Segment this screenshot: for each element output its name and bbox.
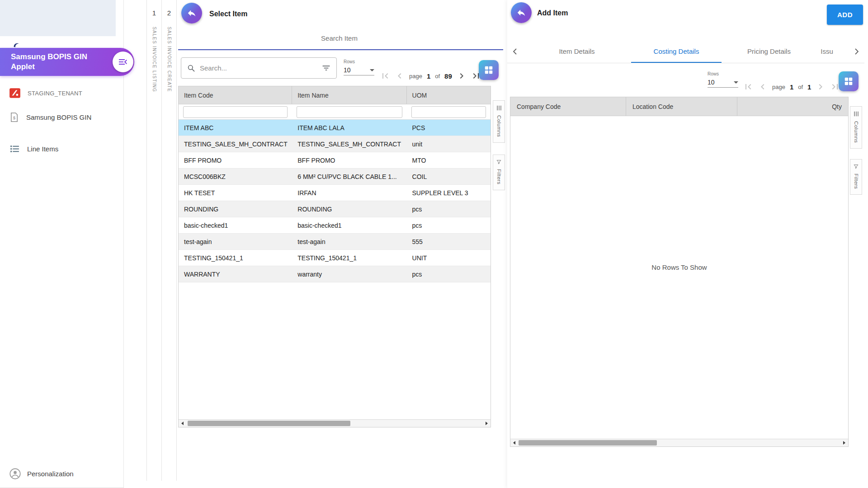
pagination: page 1 of 1 (742, 77, 841, 97)
filter-list-icon[interactable] (321, 63, 331, 73)
of-word: of (434, 73, 441, 80)
filter-row (179, 104, 491, 120)
tab-search-item[interactable]: Search Item (177, 34, 502, 42)
back-button[interactable] (511, 2, 532, 23)
grid-row[interactable]: TESTING_SALES_MH_CONTRACT TESTING_SALES_… (179, 136, 491, 152)
page-word: page (771, 84, 786, 90)
filters-panel-label: Filters (496, 169, 502, 184)
search-box[interactable] (181, 57, 337, 79)
filters-panel-tab[interactable]: Filters (850, 159, 862, 195)
prev-page-button[interactable] (757, 81, 769, 93)
scrollbar-thumb[interactable] (188, 421, 350, 426)
scrollbar-thumb[interactable] (519, 440, 657, 446)
next-page-icon (456, 70, 467, 81)
sidebar-item-line-items[interactable]: Line Items (0, 138, 124, 159)
page-word: page (408, 73, 423, 80)
add-button[interactable]: ADD (827, 5, 863, 25)
cell-uom: unit (407, 136, 491, 152)
back-button[interactable] (181, 3, 202, 23)
column-header-company-code[interactable]: Company Code (510, 97, 626, 116)
workflow-tab-sales-invoice-create[interactable]: 2 SALES INVOICE CREATE (161, 0, 176, 481)
columns-panel-tab[interactable]: Columns (850, 106, 862, 149)
grid-header: Company Code Location Code Qty (510, 97, 848, 116)
grid-row[interactable]: MCSC006BKZ 6 MM² CU/PVC BLACK CABLE 1...… (179, 169, 491, 185)
tab-item-details[interactable]: Item Details (523, 40, 631, 63)
sidebar-item-staging-tenant[interactable]: STAGING_TENANT (0, 83, 124, 103)
cell-item-code: TESTING_150421_1 (179, 250, 292, 266)
filter-funnel-icon (853, 164, 859, 169)
grid-row[interactable]: basic-checked1 basic-checked1 pcs (179, 217, 491, 234)
rows-caret-icon (370, 69, 374, 71)
rows-value: 10 (708, 79, 715, 86)
column-header-item-code[interactable]: Item Code (179, 86, 292, 104)
chevron-right-icon (851, 46, 862, 57)
column-header-item-name[interactable]: Item Name (292, 86, 406, 104)
prev-page-button[interactable] (394, 70, 406, 82)
columns-panel-tab[interactable]: Columns (493, 100, 505, 143)
page-current: 1 (426, 72, 431, 80)
grid-row[interactable]: ITEM ABC ITEM ABC LALA PCS (179, 120, 491, 136)
person-icon (9, 468, 21, 480)
tab-costing-details[interactable]: Costing Details (631, 40, 722, 63)
rows-per-page-select[interactable]: Rows 10 (344, 59, 374, 75)
tab-issue[interactable]: Issu (816, 40, 837, 63)
item-code-filter-input[interactable] (183, 106, 288, 118)
costing-grid: Company Code Location Code Qty No Rows T… (510, 97, 849, 447)
tab-scroll-left-button[interactable] (507, 40, 523, 63)
cell-item-code: ROUNDING (179, 201, 292, 217)
cell-item-name: TESTING_SALES_MH_CONTRACT (292, 136, 406, 152)
sidebar-item-samsung-bopis-gin[interactable]: $ Samsung BOPIS GIN (0, 107, 124, 127)
grid-row[interactable]: BFF PROMO BFF PROMO MTO (179, 152, 491, 169)
filters-panel-tab[interactable]: Filters (493, 155, 505, 190)
item-name-filter-input[interactable] (297, 106, 402, 118)
grid-row[interactable]: ROUNDING ROUNDING pcs (179, 201, 491, 217)
horizontal-scrollbar[interactable] (510, 439, 848, 446)
workflow-tab-sales-invoice-listing[interactable]: 1 SALES INVOICE LISTING (146, 0, 161, 481)
workflow-tab-label: SALES INVOICE LISTING (152, 27, 157, 92)
cell-item-code: TESTING_SALES_MH_CONTRACT (179, 136, 292, 152)
cell-item-name: ITEM ABC LALA (292, 120, 406, 136)
items-grid: Item Code Item Name UOM ITEM ABC ITEM AB… (178, 86, 491, 427)
chevron-left-icon (509, 46, 520, 57)
invoice-doc-icon: $ (9, 112, 19, 122)
search-input[interactable] (200, 64, 317, 72)
cell-uom: MTO (407, 152, 491, 168)
cell-item-name: BFF PROMO (292, 152, 406, 168)
page-total: 89 (443, 72, 453, 80)
back-icon (187, 8, 197, 18)
grid-row[interactable]: HK TESET IRFAN SUPPLER LEVEL 3 (179, 185, 491, 201)
logo-placeholder (0, 0, 116, 36)
scroll-left-button[interactable] (510, 439, 518, 446)
next-page-button[interactable] (456, 70, 467, 82)
cell-item-name: ROUNDING (292, 201, 406, 217)
grid-row[interactable]: TESTING_150421_1 TESTING_150421_1 UNIT (179, 250, 491, 266)
prev-page-icon (394, 70, 405, 81)
scroll-right-button[interactable] (840, 439, 848, 446)
cell-uom: 555 (407, 234, 491, 249)
first-page-button[interactable] (742, 81, 754, 93)
sidebar-item-personalization[interactable]: Personalization (0, 462, 124, 485)
horizontal-scrollbar[interactable] (179, 419, 491, 427)
next-page-button[interactable] (815, 81, 826, 93)
column-header-qty[interactable]: Qty (737, 97, 848, 116)
grid-view-icon (484, 65, 494, 75)
first-page-button[interactable] (379, 70, 391, 82)
rows-per-page-select[interactable]: Rows 10 (708, 71, 738, 88)
tab-pricing-details[interactable]: Pricing Details (722, 40, 816, 63)
grid-row[interactable]: WARRANTY warranty pcs (179, 266, 491, 282)
filter-funnel-icon (496, 159, 502, 165)
detail-tabs: Item Details Costing Details Pricing Det… (507, 40, 864, 63)
menu-open-button[interactable] (113, 52, 133, 72)
applet-nav-item[interactable]: Samsung BOPIS GIN Applet (0, 48, 134, 76)
panel-title: Select Item (209, 10, 247, 18)
scroll-left-button[interactable] (179, 420, 186, 427)
tab-scroll-right-button[interactable] (849, 40, 864, 63)
scroll-right-button[interactable] (483, 420, 491, 427)
column-header-uom[interactable]: UOM (407, 86, 491, 104)
column-header-location-code[interactable]: Location Code (626, 97, 737, 116)
grid-view-button[interactable] (839, 71, 859, 91)
grid-view-button[interactable] (479, 60, 499, 80)
pagination: page 1 of 89 (379, 66, 482, 86)
grid-row[interactable]: test-again test-again 555 (179, 234, 491, 250)
uom-filter-input[interactable] (411, 106, 486, 118)
